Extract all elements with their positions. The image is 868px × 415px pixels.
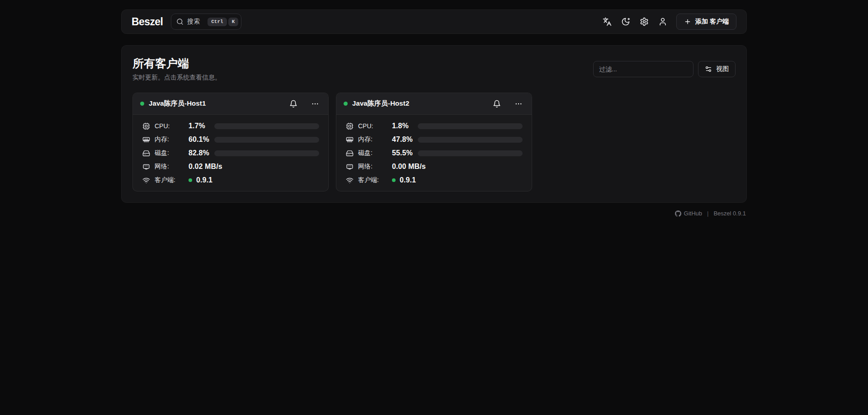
cpu-meter — [214, 123, 319, 129]
moon-star-icon — [621, 17, 630, 26]
wifi-icon — [142, 177, 150, 184]
top-navigation-bar: Beszel 搜索 Ctrl K — [121, 9, 747, 34]
beszel-logo: Beszel — [132, 16, 163, 28]
user-icon — [658, 17, 667, 26]
kbd-ctrl: Ctrl — [208, 18, 226, 26]
bell-icon — [493, 100, 501, 108]
system-card-body: CPU: 1.8% 内存: 47.8% 磁盘: — [336, 115, 532, 191]
memory-icon — [142, 136, 150, 144]
search-button[interactable]: 搜索 Ctrl K — [171, 14, 241, 30]
status-dot — [344, 102, 348, 106]
github-icon — [675, 210, 681, 217]
disk-icon — [142, 149, 150, 157]
disk-label: 磁盘: — [155, 149, 189, 157]
cpu-label: CPU: — [155, 122, 189, 130]
ethernet-icon — [346, 163, 354, 171]
cpu-icon — [142, 122, 150, 130]
wifi-icon — [346, 177, 354, 184]
agent-label: 客户端: — [155, 176, 189, 184]
footer-version: Beszel 0.9.1 — [713, 210, 746, 217]
agent-row: 客户端: 0.9.1 — [142, 173, 319, 187]
sliders-icon — [705, 65, 712, 73]
panel-title-block: 所有客户端 实时更新。点击系统查看信息。 — [132, 56, 221, 82]
disk-icon — [346, 149, 354, 157]
agent-status-dot — [392, 178, 396, 182]
network-label: 网络: — [358, 163, 392, 171]
disk-row: 磁盘: 82.8% — [142, 146, 319, 160]
add-system-button[interactable]: 添加 客户端 — [676, 14, 736, 30]
add-system-label: 添加 客户端 — [695, 18, 729, 26]
github-link[interactable]: GitHub — [675, 210, 702, 217]
systems-panel: 所有客户端 实时更新。点击系统查看信息。 视图 Java陈序员-Host1 — [121, 45, 747, 203]
search-label: 搜索 — [187, 18, 200, 26]
disk-row: 磁盘: 55.5% — [345, 146, 523, 160]
page-title: 所有客户端 — [132, 56, 221, 70]
panel-header: 所有客户端 实时更新。点击系统查看信息。 视图 — [132, 56, 736, 82]
disk-meter — [418, 150, 523, 156]
memory-value: 60.1% — [189, 135, 214, 144]
panel-controls: 视图 — [593, 61, 736, 77]
view-options-button[interactable]: 视图 — [698, 61, 736, 77]
memory-row: 内存: 47.8% — [345, 133, 523, 146]
ellipsis-icon — [514, 100, 523, 108]
cpu-meter — [418, 123, 523, 129]
system-card-header: Java陈序员-Host1 — [133, 93, 328, 115]
agent-label: 客户端: — [358, 176, 392, 184]
memory-label: 内存: — [155, 135, 189, 144]
system-name: Java陈序员-Host1 — [149, 99, 206, 108]
network-row: 网络: 0.02 MB/s — [142, 160, 319, 173]
gear-icon — [640, 17, 649, 26]
agent-version: 0.9.1 — [400, 176, 416, 184]
ellipsis-icon — [311, 100, 319, 108]
system-name: Java陈序员-Host2 — [352, 99, 409, 108]
disk-value: 82.8% — [189, 149, 214, 157]
github-label: GitHub — [684, 210, 702, 217]
alerts-button[interactable] — [287, 97, 300, 111]
page-footer: GitHub | Beszel 0.9.1 — [121, 210, 747, 217]
agent-row: 客户端: 0.9.1 — [345, 173, 523, 187]
bell-icon — [289, 100, 297, 108]
memory-value: 47.8% — [392, 135, 418, 144]
cpu-row: CPU: 1.7% — [142, 119, 319, 133]
translate-icon — [603, 17, 612, 26]
cpu-icon — [346, 122, 354, 130]
filter-input[interactable] — [593, 61, 693, 77]
settings-button[interactable] — [636, 14, 652, 30]
system-cards: Java陈序员-Host1 CP — [132, 93, 736, 191]
footer-separator: | — [707, 210, 708, 217]
network-value: 0.00 MB/s — [392, 163, 426, 171]
memory-icon — [346, 136, 354, 144]
memory-label: 内存: — [358, 135, 392, 144]
cpu-value: 1.7% — [189, 122, 214, 130]
system-card-body: CPU: 1.7% 内存: 60.1% 磁盘: — [133, 115, 328, 191]
search-icon — [176, 18, 184, 25]
kbd-k: K — [228, 18, 239, 26]
agent-value: 0.9.1 — [189, 176, 212, 184]
user-menu-button[interactable] — [655, 14, 671, 30]
system-card[interactable]: Java陈序员-Host2 CP — [336, 93, 532, 191]
more-actions-button[interactable] — [512, 97, 525, 111]
memory-meter — [418, 137, 523, 143]
system-card[interactable]: Java陈序员-Host1 CP — [132, 93, 329, 191]
more-actions-button[interactable] — [308, 97, 322, 111]
disk-meter — [214, 150, 319, 156]
plus-icon — [684, 18, 691, 25]
network-row: 网络: 0.00 MB/s — [345, 160, 523, 173]
alerts-button[interactable] — [490, 97, 504, 111]
view-options-label: 视图 — [716, 65, 729, 73]
memory-row: 内存: 60.1% — [142, 133, 319, 146]
agent-version: 0.9.1 — [196, 176, 212, 184]
topbar-actions — [599, 14, 671, 30]
language-button[interactable] — [599, 14, 615, 30]
cpu-value: 1.8% — [392, 122, 418, 130]
cpu-row: CPU: 1.8% — [345, 119, 523, 133]
system-card-header: Java陈序员-Host2 — [336, 93, 532, 115]
page-subtitle: 实时更新。点击系统查看信息。 — [132, 74, 221, 82]
disk-value: 55.5% — [392, 149, 418, 157]
theme-toggle-button[interactable] — [618, 14, 634, 30]
network-label: 网络: — [155, 163, 189, 171]
status-dot — [140, 102, 144, 106]
network-value: 0.02 MB/s — [189, 163, 222, 171]
ethernet-icon — [142, 163, 150, 171]
agent-status-dot — [189, 178, 192, 182]
